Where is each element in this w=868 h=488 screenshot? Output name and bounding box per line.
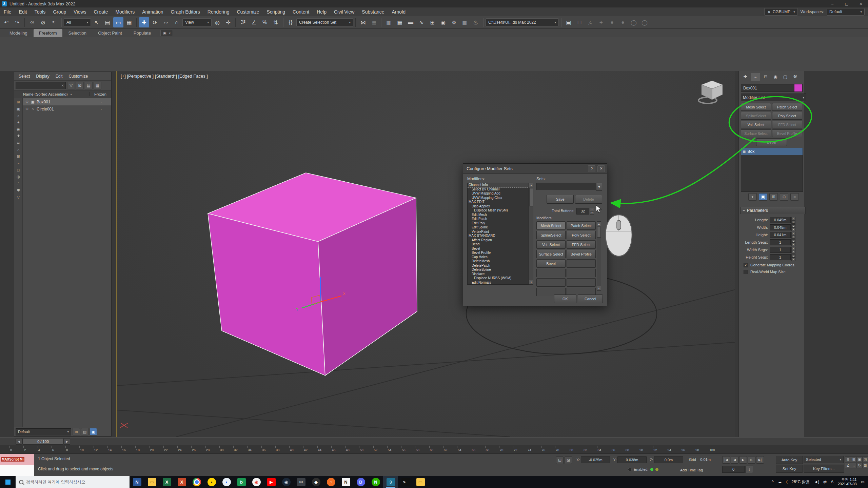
save-button[interactable]: Save: [547, 195, 574, 204]
civil-tool-icon[interactable]: ✦: [596, 17, 606, 27]
panel-modifier-button-bevel-profile[interactable]: Bevel Profile: [772, 129, 802, 137]
frame-tick[interactable]: 24: [177, 445, 191, 453]
spinner-up-icon[interactable]: ▴: [791, 232, 795, 235]
chevron-up-icon[interactable]: ^: [772, 480, 774, 484]
spinner-up-icon[interactable]: ▴: [791, 224, 795, 228]
frame-tick[interactable]: 4: [38, 445, 52, 453]
show-bones-toggle-icon[interactable]: ⌁: [15, 160, 22, 166]
taskbar-app-naver[interactable]: N: [368, 476, 383, 488]
dialog-modifier-button-poly-select[interactable]: Poly Select: [567, 231, 596, 239]
parameter-value-height-segs[interactable]: 1: [770, 254, 791, 260]
undo-icon[interactable]: ↶: [1, 17, 12, 27]
explorer-menu-display[interactable]: Display: [33, 74, 52, 79]
curve-editor-icon[interactable]: ∿: [416, 17, 427, 27]
taskbar-app-terminal[interactable]: >_: [398, 476, 413, 488]
lamp-toggle-2-icon[interactable]: ●: [618, 17, 628, 27]
tab-display-icon[interactable]: ▢: [781, 73, 790, 81]
dialog-modifier-button-mesh-select[interactable]: Mesh Select: [536, 221, 566, 230]
track-bar[interactable]: 0246810121416182022242628303234363840424…: [0, 445, 868, 454]
dialog-modifier-button-splineselect[interactable]: SplineSelect: [536, 231, 566, 239]
dialog-modifier-button-patch-select[interactable]: Patch Select: [567, 221, 596, 230]
maximize-viewport-icon[interactable]: ⊡: [862, 463, 868, 468]
spinner-control[interactable]: ▴▾: [791, 239, 795, 245]
modifier-list-item[interactable]: Edit Spline: [468, 225, 529, 230]
unlink-selection-icon[interactable]: ⊘: [38, 17, 48, 27]
frame-tick[interactable]: 86: [611, 445, 625, 453]
frame-tick[interactable]: 8: [65, 445, 79, 453]
visibility-eye-icon[interactable]: ⊙: [24, 107, 30, 111]
dialog-modifier-button-empty[interactable]: [536, 269, 566, 277]
enabled-green-dot[interactable]: [650, 468, 653, 471]
taskbar-app-discord[interactable]: D: [353, 476, 368, 488]
show-cameras-toggle-icon[interactable]: ◉: [15, 126, 22, 133]
rollout-collapse-icon[interactable]: −: [743, 208, 745, 213]
spinner-up-icon[interactable]: ▴: [791, 254, 795, 258]
spinner-down-icon[interactable]: ▾: [791, 258, 795, 261]
previous-frame-icon[interactable]: ◀: [731, 456, 738, 464]
dialog-modifier-button-empty[interactable]: [567, 259, 596, 268]
modifier-list-item[interactable]: Bevel Profile: [468, 251, 529, 255]
frame-tick[interactable]: 66: [471, 445, 485, 453]
tab-hierarchy-icon[interactable]: ⊟: [761, 73, 770, 81]
spinner-down-icon[interactable]: ▾: [791, 250, 795, 253]
select-and-move-icon[interactable]: ✚: [139, 17, 149, 27]
select-and-manipulate-icon[interactable]: ✛: [223, 17, 233, 27]
frame-tick[interactable]: 16: [121, 445, 135, 453]
frame-tick[interactable]: 100: [709, 445, 723, 453]
modifier-list-item[interactable]: Bend: [468, 242, 529, 247]
parameter-value-width-segs[interactable]: 1: [770, 247, 791, 253]
select-and-scale-icon[interactable]: ▱: [161, 17, 171, 27]
object-name-field[interactable]: Box001: [741, 84, 795, 92]
scroll-down-icon[interactable]: ▼: [597, 286, 601, 290]
play-animation-icon[interactable]: ▶: [739, 456, 747, 464]
taskbar-app-excel[interactable]: X: [159, 476, 174, 488]
dialog-modifier-button-bevel-profile[interactable]: Bevel Profile: [567, 250, 596, 258]
select-object-icon[interactable]: ↖: [92, 17, 102, 27]
rectangular-selection-region-icon[interactable]: ▭: [113, 17, 123, 27]
taskbar-app-whale[interactable]: ◖: [219, 476, 234, 488]
menu-views[interactable]: Views: [70, 9, 90, 15]
frame-tick[interactable]: 36: [261, 445, 275, 453]
modifier-list-item[interactable]: Displace: [468, 272, 529, 277]
go-to-end-icon[interactable]: ▶|: [756, 456, 764, 464]
cancel-button[interactable]: Cancel: [578, 294, 603, 303]
dialog-modifier-button-bevel[interactable]: Bevel: [536, 259, 566, 268]
parameters-rollout[interactable]: − Parameters: [740, 207, 806, 214]
spinner-down-icon[interactable]: ▾: [791, 235, 795, 239]
modifier-list-item[interactable]: MAX EDIT: [468, 200, 529, 204]
modifier-list-item[interactable]: Cap Holes: [468, 255, 529, 260]
modifier-list-item[interactable]: Channel Info: [468, 183, 529, 187]
zoom-extents-all-icon[interactable]: ◳: [862, 456, 868, 462]
modifier-list-item[interactable]: Displace NURBS (WSM): [468, 276, 529, 281]
maximize-button[interactable]: ▢: [840, 0, 854, 7]
menu-graph-editors[interactable]: Graph Editors: [167, 9, 203, 15]
frame-tick[interactable]: 28: [205, 445, 219, 453]
tab-create-icon[interactable]: ✚: [741, 73, 750, 81]
taskbar-app-firefox[interactable]: ◔: [323, 476, 338, 488]
orbit-icon[interactable]: ↻: [856, 463, 863, 468]
cloud-icon[interactable]: ☁: [778, 480, 782, 484]
tab-motion-icon[interactable]: ◉: [771, 73, 780, 81]
spinner-control[interactable]: ▴▾: [791, 224, 795, 230]
taskbar-app-epic[interactable]: ◆: [309, 476, 323, 488]
modifier-list-item[interactable]: Bevel: [468, 247, 529, 251]
frame-tick[interactable]: 26: [191, 445, 205, 453]
bind-to-space-warp-icon[interactable]: ≈: [49, 17, 59, 27]
frame-tick[interactable]: 94: [667, 445, 681, 453]
scroll-track[interactable]: [597, 226, 601, 286]
frame-tick[interactable]: 82: [583, 445, 597, 453]
start-button[interactable]: [0, 476, 16, 488]
frame-tick[interactable]: 72: [513, 445, 527, 453]
modifier-list-item[interactable]: Edit Normals: [468, 281, 529, 285]
scroll-thumb[interactable]: [529, 188, 533, 206]
explorer-menu-customize[interactable]: Customize: [65, 74, 91, 79]
panel-modifier-button-ffd-select[interactable]: FFD Select: [772, 121, 802, 128]
reference-coordinate-combo[interactable]: View▾: [182, 18, 212, 26]
ribbon-tab-selection[interactable]: Selection: [63, 29, 92, 37]
ime-language-indicator[interactable]: A: [831, 480, 833, 484]
spinner-up-icon[interactable]: ▴: [590, 208, 594, 211]
dialog-modifier-button-surface-select[interactable]: Surface Select: [536, 250, 566, 258]
frame-tick[interactable]: 62: [443, 445, 457, 453]
ok-button[interactable]: OK: [554, 294, 576, 303]
percent-snap-icon[interactable]: %: [260, 17, 270, 27]
